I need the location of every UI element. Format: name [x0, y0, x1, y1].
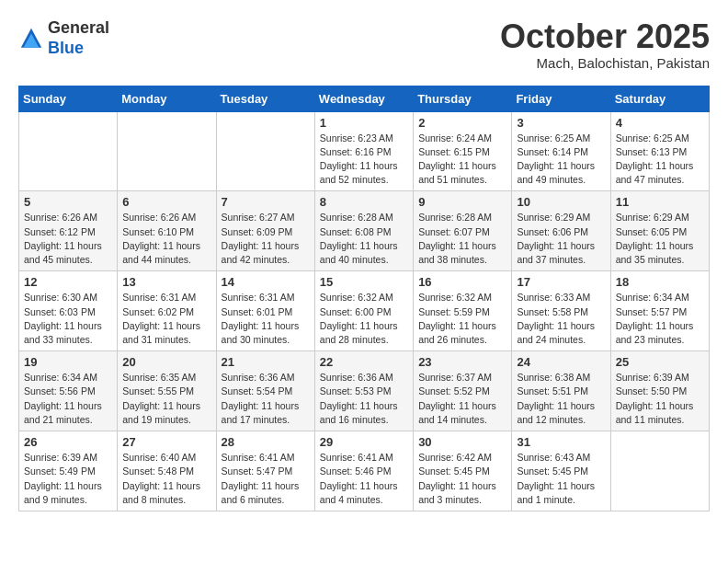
weekday-header-saturday: Saturday — [610, 86, 709, 111]
day-number: 28 — [222, 435, 310, 449]
day-info: Sunrise: 6:32 AMSunset: 6:00 PMDaylight:… — [320, 291, 408, 347]
day-number: 20 — [122, 355, 210, 369]
weekday-header-friday: Friday — [512, 86, 610, 111]
day-number: 31 — [517, 435, 605, 449]
day-info: Sunrise: 6:41 AMSunset: 5:46 PMDaylight:… — [320, 451, 408, 507]
day-number: 2 — [418, 116, 506, 130]
calendar-cell: 20Sunrise: 6:35 AMSunset: 5:55 PMDayligh… — [118, 351, 216, 431]
calendar-cell: 4Sunrise: 6:25 AMSunset: 6:13 PMDaylight… — [610, 111, 709, 191]
week-row-5: 26Sunrise: 6:39 AMSunset: 5:49 PMDayligh… — [19, 431, 710, 511]
day-number: 5 — [24, 195, 112, 209]
calendar-cell: 14Sunrise: 6:31 AMSunset: 6:01 PMDayligh… — [216, 271, 314, 351]
calendar-cell — [118, 111, 216, 191]
day-number: 22 — [320, 355, 408, 369]
calendar-cell: 24Sunrise: 6:38 AMSunset: 5:51 PMDayligh… — [512, 351, 610, 431]
day-info: Sunrise: 6:32 AMSunset: 5:59 PMDaylight:… — [418, 291, 506, 347]
logo-icon — [18, 26, 44, 52]
calendar-cell: 11Sunrise: 6:29 AMSunset: 6:05 PMDayligh… — [610, 191, 709, 271]
day-number: 11 — [616, 195, 704, 209]
day-info: Sunrise: 6:31 AMSunset: 6:02 PMDaylight:… — [122, 291, 210, 347]
day-number: 1 — [320, 116, 408, 130]
calendar-cell — [610, 431, 709, 511]
day-info: Sunrise: 6:26 AMSunset: 6:10 PMDaylight:… — [122, 211, 210, 267]
day-info: Sunrise: 6:29 AMSunset: 6:06 PMDaylight:… — [517, 211, 605, 267]
day-number: 15 — [320, 275, 408, 289]
day-info: Sunrise: 6:31 AMSunset: 6:01 PMDaylight:… — [222, 291, 310, 347]
day-number: 10 — [517, 195, 605, 209]
day-number: 13 — [122, 275, 210, 289]
weekday-header-wednesday: Wednesday — [314, 86, 413, 111]
calendar-cell: 15Sunrise: 6:32 AMSunset: 6:00 PMDayligh… — [314, 271, 413, 351]
day-info: Sunrise: 6:39 AMSunset: 5:49 PMDaylight:… — [24, 451, 112, 507]
week-row-1: 1Sunrise: 6:23 AMSunset: 6:16 PMDaylight… — [19, 111, 710, 191]
logo-general: General — [48, 18, 109, 37]
calendar-cell: 30Sunrise: 6:42 AMSunset: 5:45 PMDayligh… — [414, 431, 512, 511]
month-title: October 2025 — [500, 18, 710, 55]
week-row-4: 19Sunrise: 6:34 AMSunset: 5:56 PMDayligh… — [19, 351, 710, 431]
calendar-cell — [19, 111, 118, 191]
day-info: Sunrise: 6:35 AMSunset: 5:55 PMDaylight:… — [122, 371, 210, 427]
day-info: Sunrise: 6:41 AMSunset: 5:47 PMDaylight:… — [222, 451, 310, 507]
day-number: 29 — [320, 435, 408, 449]
day-number: 3 — [517, 116, 605, 130]
day-number: 8 — [320, 195, 408, 209]
calendar-cell: 1Sunrise: 6:23 AMSunset: 6:16 PMDaylight… — [314, 111, 413, 191]
calendar-cell: 5Sunrise: 6:26 AMSunset: 6:12 PMDaylight… — [19, 191, 118, 271]
calendar-cell: 25Sunrise: 6:39 AMSunset: 5:50 PMDayligh… — [610, 351, 709, 431]
day-info: Sunrise: 6:38 AMSunset: 5:51 PMDaylight:… — [517, 371, 605, 427]
day-info: Sunrise: 6:23 AMSunset: 6:16 PMDaylight:… — [320, 132, 408, 188]
calendar-cell: 10Sunrise: 6:29 AMSunset: 6:06 PMDayligh… — [512, 191, 610, 271]
day-info: Sunrise: 6:25 AMSunset: 6:14 PMDaylight:… — [517, 132, 605, 188]
day-number: 21 — [222, 355, 310, 369]
weekday-header-monday: Monday — [118, 86, 216, 111]
day-info: Sunrise: 6:26 AMSunset: 6:12 PMDaylight:… — [24, 211, 112, 267]
title-block: October 2025 Mach, Balochistan, Pakistan — [500, 18, 710, 71]
day-number: 19 — [24, 355, 112, 369]
calendar-cell — [216, 111, 314, 191]
day-info: Sunrise: 6:36 AMSunset: 5:53 PMDaylight:… — [320, 371, 408, 427]
day-info: Sunrise: 6:34 AMSunset: 5:57 PMDaylight:… — [616, 291, 704, 347]
day-number: 6 — [122, 195, 210, 209]
calendar-cell: 9Sunrise: 6:28 AMSunset: 6:07 PMDaylight… — [414, 191, 512, 271]
day-number: 30 — [418, 435, 506, 449]
day-number: 4 — [616, 116, 704, 130]
calendar-cell: 28Sunrise: 6:41 AMSunset: 5:47 PMDayligh… — [216, 431, 314, 511]
calendar-cell: 29Sunrise: 6:41 AMSunset: 5:46 PMDayligh… — [314, 431, 413, 511]
day-number: 17 — [517, 275, 605, 289]
day-info: Sunrise: 6:37 AMSunset: 5:52 PMDaylight:… — [418, 371, 506, 427]
weekday-header-thursday: Thursday — [414, 86, 512, 111]
day-info: Sunrise: 6:28 AMSunset: 6:08 PMDaylight:… — [320, 211, 408, 267]
logo-text: General Blue — [48, 18, 109, 58]
day-number: 24 — [517, 355, 605, 369]
day-info: Sunrise: 6:34 AMSunset: 5:56 PMDaylight:… — [24, 371, 112, 427]
calendar-cell: 31Sunrise: 6:43 AMSunset: 5:45 PMDayligh… — [512, 431, 610, 511]
day-info: Sunrise: 6:36 AMSunset: 5:54 PMDaylight:… — [222, 371, 310, 427]
day-number: 12 — [24, 275, 112, 289]
calendar-table: SundayMondayTuesdayWednesdayThursdayFrid… — [18, 86, 710, 511]
calendar-cell: 2Sunrise: 6:24 AMSunset: 6:15 PMDaylight… — [414, 111, 512, 191]
calendar-cell: 18Sunrise: 6:34 AMSunset: 5:57 PMDayligh… — [610, 271, 709, 351]
weekday-header-tuesday: Tuesday — [216, 86, 314, 111]
day-info: Sunrise: 6:40 AMSunset: 5:48 PMDaylight:… — [122, 451, 210, 507]
day-number: 27 — [122, 435, 210, 449]
calendar-cell: 23Sunrise: 6:37 AMSunset: 5:52 PMDayligh… — [414, 351, 512, 431]
location: Mach, Balochistan, Pakistan — [500, 55, 710, 71]
calendar-cell: 8Sunrise: 6:28 AMSunset: 6:08 PMDaylight… — [314, 191, 413, 271]
day-info: Sunrise: 6:30 AMSunset: 6:03 PMDaylight:… — [24, 291, 112, 347]
day-info: Sunrise: 6:42 AMSunset: 5:45 PMDaylight:… — [418, 451, 506, 507]
calendar-cell: 7Sunrise: 6:27 AMSunset: 6:09 PMDaylight… — [216, 191, 314, 271]
day-number: 25 — [616, 355, 704, 369]
logo-blue: Blue — [48, 39, 84, 57]
weekday-header-sunday: Sunday — [19, 86, 118, 111]
day-number: 7 — [222, 195, 310, 209]
day-info: Sunrise: 6:24 AMSunset: 6:15 PMDaylight:… — [418, 132, 506, 188]
day-info: Sunrise: 6:29 AMSunset: 6:05 PMDaylight:… — [616, 211, 704, 267]
day-number: 16 — [418, 275, 506, 289]
logo: General Blue — [18, 18, 109, 58]
calendar-cell: 3Sunrise: 6:25 AMSunset: 6:14 PMDaylight… — [512, 111, 610, 191]
calendar-cell: 16Sunrise: 6:32 AMSunset: 5:59 PMDayligh… — [414, 271, 512, 351]
calendar-cell: 27Sunrise: 6:40 AMSunset: 5:48 PMDayligh… — [118, 431, 216, 511]
day-number: 23 — [418, 355, 506, 369]
day-info: Sunrise: 6:25 AMSunset: 6:13 PMDaylight:… — [616, 132, 704, 188]
day-info: Sunrise: 6:28 AMSunset: 6:07 PMDaylight:… — [418, 211, 506, 267]
